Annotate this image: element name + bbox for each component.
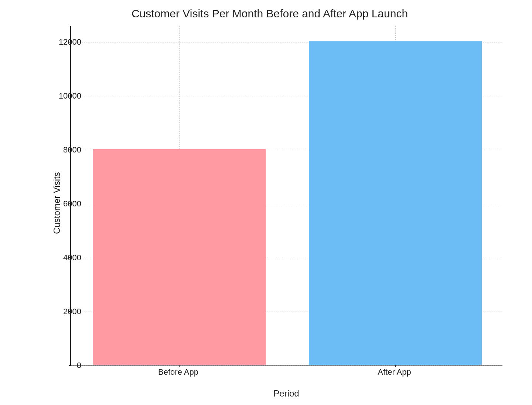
plot-area — [70, 26, 502, 365]
y-tick-label: 4000 — [44, 253, 81, 262]
x-tick-label: Before App — [158, 367, 198, 377]
bar — [93, 149, 266, 365]
y-tick-label: 10000 — [44, 91, 81, 101]
bar — [309, 41, 482, 365]
y-tick-label: 2000 — [44, 307, 81, 316]
y-tick-label: 12000 — [44, 37, 81, 47]
y-tick-label: 8000 — [44, 145, 81, 155]
y-tick-label: 0 — [44, 361, 81, 370]
y-tick-label: 6000 — [44, 199, 81, 209]
gridline-horizontal — [71, 365, 502, 366]
x-tick-mark — [395, 365, 396, 367]
x-tick-mark — [179, 365, 180, 367]
chart-container: Customer Visits Per Month Before and Aft… — [22, 7, 517, 399]
x-axis-label: Period — [70, 388, 502, 399]
x-tick-label: After App — [378, 367, 411, 377]
chart-title: Customer Visits Per Month Before and Aft… — [22, 7, 517, 20]
